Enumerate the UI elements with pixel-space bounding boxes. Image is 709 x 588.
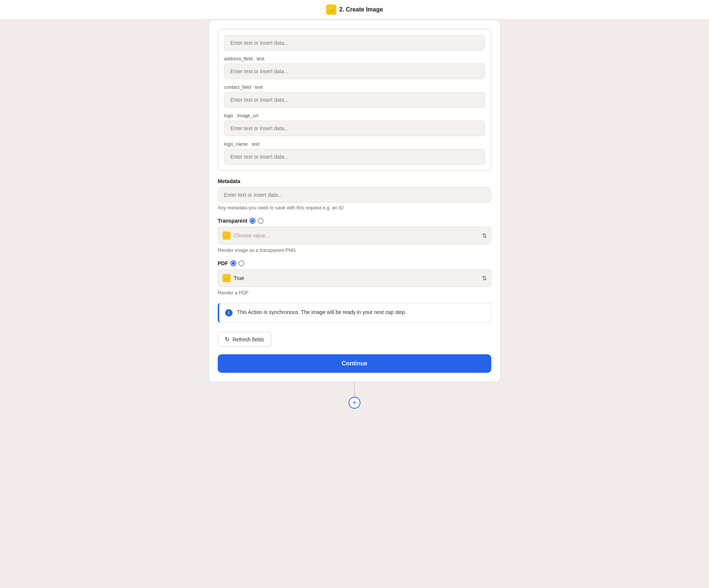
page-content: address_field · text contact_field · tex… (133, 20, 576, 409)
metadata-section: Metadata Any metadata you need to save w… (218, 178, 491, 210)
contact-field-label: contact_field · text (224, 84, 485, 90)
transparent-radio-selected[interactable] (250, 218, 255, 224)
metadata-helper: Any metadata you need to save with this … (218, 205, 491, 210)
transparent-radio-unselected[interactable] (258, 218, 264, 224)
continue-button[interactable]: Continue (218, 354, 491, 373)
contact-field-input[interactable] (224, 92, 485, 108)
logo-name-field-input[interactable] (224, 149, 485, 165)
pdf-radio-selected[interactable] (230, 260, 236, 266)
metadata-label: Metadata (218, 178, 491, 184)
metadata-input[interactable] (218, 187, 491, 203)
transparent-section: Transparent 🔑 Choose value... ⇅ Render i… (218, 218, 491, 253)
refresh-fields-button[interactable]: ↻ Refresh fields (218, 332, 271, 347)
pdf-label: PDF (218, 260, 228, 266)
pdf-select-value: True (234, 275, 244, 281)
pdf-helper: Render a PDF (218, 290, 491, 295)
add-step-button[interactable]: + (349, 397, 360, 409)
info-banner: i This Action is synchronous. The image … (218, 303, 491, 323)
logo-name-field-row: logo_name · text (224, 141, 485, 165)
transparent-radio-group: Transparent (218, 218, 491, 224)
continue-label: Continue (342, 360, 367, 366)
address-field-row: address_field · text (224, 56, 485, 79)
transparent-label: Transparent (218, 218, 247, 224)
pdf-select-icon: 🔑 (223, 274, 231, 282)
pdf-select-wrapper: 🔑 True ⇅ (218, 269, 491, 287)
first-field-input[interactable] (224, 35, 485, 51)
contact-field-row: contact_field · text (224, 84, 485, 108)
pdf-section: PDF 🔑 True ⇅ Render a PDF (218, 260, 491, 295)
logo-field-label: logo · image_url (224, 113, 485, 118)
address-field-input[interactable] (224, 64, 485, 79)
app-icon: 🔑 (326, 4, 336, 15)
logo-field-row: logo · image_url (224, 113, 485, 136)
logo-field-input[interactable] (224, 121, 485, 136)
info-text: This Action is synchronous. The image wi… (237, 309, 406, 315)
top-bar: 🔑 2. Create Image (0, 0, 709, 20)
transparent-select-icon: 🔑 (223, 232, 231, 240)
address-field-label: address_field · text (224, 56, 485, 61)
transparent-select-wrapper: 🔑 Choose value... ⇅ (218, 227, 491, 244)
info-icon: i (225, 309, 233, 317)
main-card: address_field · text contact_field · tex… (208, 20, 501, 382)
pdf-radio-group: PDF (218, 260, 491, 266)
transparent-helper: Render image as a transparent PNG (218, 247, 491, 253)
add-step-icon: + (352, 399, 357, 407)
page-title-text: 2. Create Image (339, 6, 383, 13)
refresh-icon: ↻ (225, 336, 230, 343)
app-icon-emoji: 🔑 (328, 7, 334, 13)
field-group-box: address_field · text contact_field · tex… (218, 29, 491, 171)
connector-line (354, 382, 355, 397)
pdf-radio-unselected[interactable] (238, 260, 244, 266)
refresh-fields-label: Refresh fields (233, 337, 264, 342)
logo-name-field-label: logo_name · text (224, 141, 485, 147)
page-title: 🔑 2. Create Image (326, 4, 383, 15)
transparent-select[interactable]: 🔑 Choose value... (218, 227, 491, 244)
transparent-select-placeholder: Choose value... (234, 233, 269, 239)
first-field-row (224, 35, 485, 51)
pdf-select[interactable]: 🔑 True (218, 269, 491, 287)
